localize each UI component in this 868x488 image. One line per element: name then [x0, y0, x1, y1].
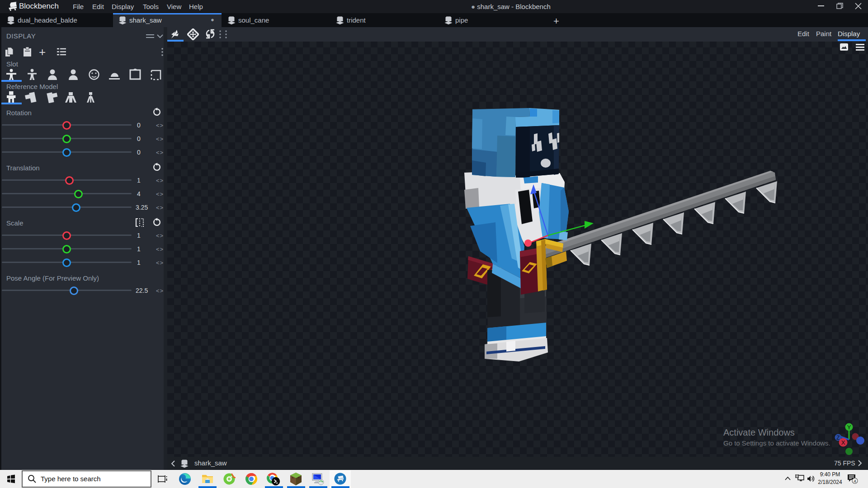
svg-text:X: X: [841, 439, 845, 446]
svg-text:4: 4: [854, 479, 856, 483]
svg-text:Z: Z: [836, 435, 840, 441]
svg-text:Y: Y: [847, 424, 851, 431]
